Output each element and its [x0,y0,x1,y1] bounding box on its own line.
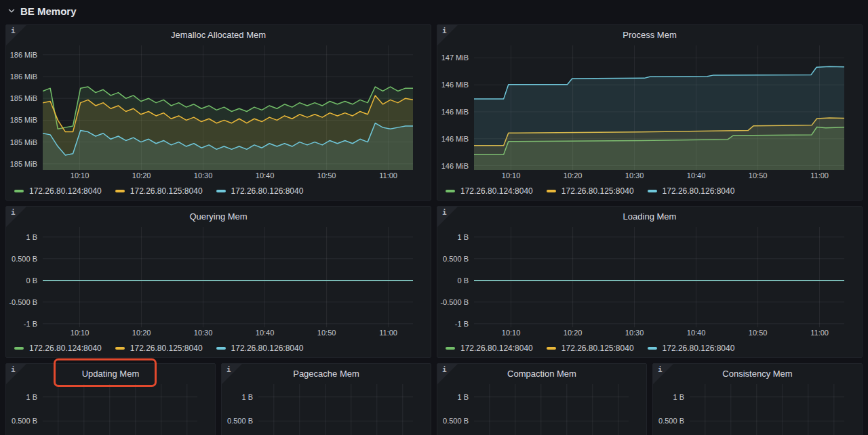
info-icon[interactable]: i [11,209,16,216]
legend-swatch-icon [14,190,24,192]
y-axis-tick-label: 1 B [673,393,684,401]
legend-item[interactable]: 172.26.80.126:8040 [648,186,735,196]
x-axis-tick-label: 10:50 [317,171,336,180]
legend-swatch-icon [547,190,556,192]
legend-label: 172.26.80.124:8040 [460,186,533,196]
panel-title[interactable]: Jemalloc Allocated Mem [6,25,431,45]
plot-area[interactable] [258,384,413,435]
plot-area[interactable] [474,227,844,327]
panel-querying-mem: i Querying Mem 1 B0.500 B0 B-0.500 B-1 B… [5,206,431,358]
x-axis-tick-label: 11:00 [810,329,829,337]
panel-info-corner[interactable] [437,364,458,384]
y-axis: 186 MiB186 MiB185 MiB185 MiB185 MiB185 M… [6,45,43,170]
panel-title[interactable]: Consistency Mem [653,364,862,384]
x-axis-tick-label: 10:20 [132,171,151,180]
legend-label: 172.26.80.125:8040 [130,186,203,196]
y-axis-tick-label: 1 B [457,393,469,401]
chart-svg [43,45,413,170]
x-axis-tick-label: 10:50 [749,329,768,337]
info-icon[interactable]: i [226,366,231,373]
legend-item[interactable]: 172.26.80.124:8040 [14,186,102,196]
x-axis-tick-label: 10:10 [71,171,90,180]
legend-item[interactable]: 172.26.80.125:8040 [547,186,634,196]
panel-title[interactable]: Process Mem [437,25,862,45]
info-icon[interactable]: i [442,366,447,373]
y-axis-tick-label: 147 MiB [441,54,469,62]
legend-item[interactable]: 172.26.80.125:8040 [547,344,634,353]
legend-label: 172.26.80.124:8040 [460,344,533,353]
x-axis-tick-label: 10:40 [256,329,275,337]
legend-item[interactable]: 172.26.80.126:8040 [216,186,304,196]
panel-title[interactable]: Querying Mem [6,207,431,227]
panel-loading-mem: i Loading Mem 1 B0.500 B0 B-0.500 B-1 B … [437,206,863,358]
legend-swatch-icon [446,190,455,192]
x-axis-tick-label: 11:00 [379,171,397,180]
info-icon[interactable]: i [11,27,16,35]
legend-item[interactable]: 172.26.80.124:8040 [446,186,533,196]
y-axis: 1 B0.500 B [222,384,258,435]
info-icon[interactable]: i [11,366,16,373]
plot-area[interactable] [474,45,844,170]
legend-item[interactable]: 172.26.80.125:8040 [115,186,203,196]
y-axis-tick-label: 1 B [241,393,253,401]
legend-label: 172.26.80.126:8040 [231,186,304,196]
legend-swatch-icon [648,347,657,350]
panel-info-corner[interactable] [6,364,26,384]
y-axis: 1 B0.500 B [437,384,474,435]
plot-area[interactable] [43,384,197,435]
panel-info-corner[interactable] [437,25,458,45]
legend-item[interactable]: 172.26.80.126:8040 [648,344,735,353]
legend-swatch-icon [446,347,455,350]
panel-pagecache-mem: i Pagecache Mem 1 B0.500 B [221,363,431,435]
plot-area[interactable] [43,227,413,327]
panel-info-corner[interactable] [437,207,458,227]
panel-title[interactable]: Compaction Mem [437,364,646,384]
x-axis-tick-label: 10:10 [502,329,521,337]
chart-svg [474,227,844,327]
x-axis-tick-label: 10:30 [194,171,213,180]
info-icon[interactable]: i [442,209,447,216]
panel-title[interactable]: Updating Mem [6,364,215,384]
y-axis-tick-label: 0.500 B [658,417,684,425]
y-axis-tick-label: -1 B [455,320,469,328]
chart-svg [474,45,844,170]
y-axis-tick-label: 0.500 B [12,255,37,263]
x-axis-tick-label: 10:50 [317,329,336,337]
legend-item[interactable]: 172.26.80.124:8040 [14,344,102,353]
x-axis-tick-label: 10:30 [625,171,644,180]
panel-title[interactable]: Loading Mem [437,207,862,227]
legend-label: 172.26.80.126:8040 [663,344,735,353]
x-axis-tick-label: 10:20 [564,329,583,337]
plot-area[interactable] [43,45,413,170]
legend-item[interactable]: 172.26.80.124:8040 [446,344,533,353]
legend-swatch-icon [115,347,125,350]
y-axis: 1 B0.500 B0 B-0.500 B-1 B [437,227,474,327]
x-axis: 10:1010:2010:3010:4010:5011:00 [43,327,413,339]
y-axis-tick-label: 0.500 B [443,417,469,425]
legend: 172.26.80.124:8040172.26.80.125:8040172.… [6,182,431,200]
panel-info-corner[interactable] [653,364,673,384]
legend-label: 172.26.80.125:8040 [561,186,634,196]
legend-swatch-icon [216,190,226,192]
plot-area[interactable] [690,384,844,435]
legend-item[interactable]: 172.26.80.125:8040 [115,344,203,353]
x-axis-tick-label: 11:00 [810,171,829,180]
panel-title[interactable]: Pagecache Mem [222,364,431,384]
plot-area[interactable] [474,384,629,435]
chevron-down-icon [7,6,16,16]
legend-swatch-icon [216,347,226,350]
info-icon[interactable]: i [442,27,447,35]
legend-item[interactable]: 172.26.80.126:8040 [216,344,304,353]
section-header-be-memory[interactable]: BE Memory [7,3,77,19]
legend-swatch-icon [14,347,24,350]
x-axis: 10:1010:2010:3010:4010:5011:00 [43,170,413,182]
panel-info-corner[interactable] [6,207,26,227]
x-axis-tick-label: 10:30 [194,329,213,337]
section-title: BE Memory [20,5,77,17]
x-axis-tick-label: 10:50 [749,171,768,180]
panel-info-corner[interactable] [222,364,242,384]
info-icon[interactable]: i [658,366,663,373]
panel-info-corner[interactable] [6,25,26,45]
legend-swatch-icon [547,347,556,350]
y-axis-tick-label: 186 MiB [10,51,37,59]
